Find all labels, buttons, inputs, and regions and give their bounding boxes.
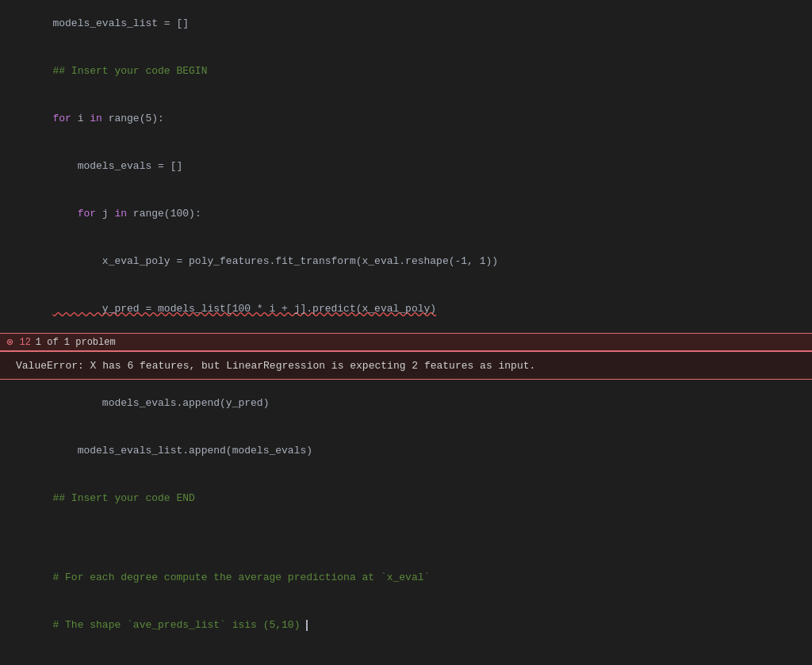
code-line-12 xyxy=(0,538,812,554)
code-line-6: x_eval_poly = poly_features.fit_transfor… xyxy=(0,238,812,285)
code-line-5: for j in range(100): xyxy=(0,190,812,238)
code-line-11 xyxy=(0,522,812,538)
error-message-box: ValueError: X has 6 features, but Linear… xyxy=(0,351,812,380)
code-line-7-error: y_pred = models_list[100 * i + j].predic… xyxy=(0,285,812,333)
error-icon: ⊗ xyxy=(6,335,13,349)
code-line-10: ## Insert your code END xyxy=(0,475,812,522)
code-area[interactable]: models_evals_list = [] ## Insert your co… xyxy=(0,0,812,665)
code-line-4: models_evals = [] xyxy=(0,143,812,190)
code-line-14: # The shape `ave_preds_list` isis (5,10) xyxy=(0,602,812,649)
code-line-1: models_evals_list = [] xyxy=(0,0,812,48)
error-number: 12 xyxy=(19,337,30,348)
text-cursor xyxy=(306,620,308,631)
code-line-13: # For each degree compute the average pr… xyxy=(0,554,812,602)
code-line-9: models_evals_list.append(models_evals) xyxy=(0,427,812,475)
code-line-15: avg_preds_list = [] xyxy=(0,649,812,665)
code-line-3: for i in range(5): xyxy=(0,95,812,143)
code-line-8: models_evals.append(y_pred) xyxy=(0,380,812,427)
error-message-text: ValueError: X has 6 features, but Linear… xyxy=(16,360,535,372)
error-bar: ⊗ 12 1 of 1 problem xyxy=(0,333,812,351)
code-line-2: ## Insert your code BEGIN xyxy=(0,48,812,95)
editor-container: models_evals_list = [] ## Insert your co… xyxy=(0,0,812,665)
error-problem-count: 1 of 1 problem xyxy=(36,337,116,348)
